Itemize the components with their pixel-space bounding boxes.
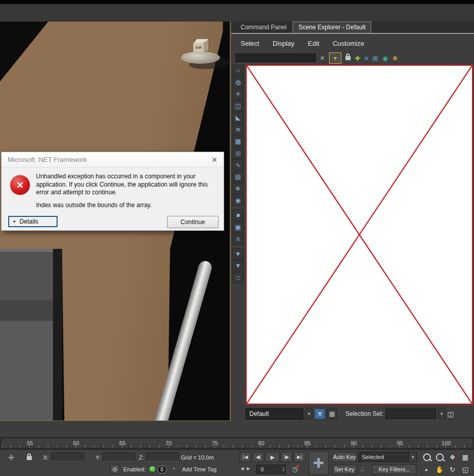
display-hidden-icon[interactable]: ◉ [232,195,244,206]
z-coordinate-field[interactable] [146,452,179,462]
snaps-toggle-icon[interactable]: ✛ [8,453,14,462]
dialog-titlebar[interactable]: Microsoft .NET Framework ✕ [2,152,224,168]
display-xrefs-icon[interactable]: ◎ [232,148,244,159]
layer-mode-button[interactable]: ≡ [315,409,325,419]
tick-label: 80 [258,440,264,446]
search-input[interactable] [235,53,316,63]
continue-button[interactable]: Continue [167,216,218,228]
chevron-down-icon: ▼ [12,219,16,224]
menu-display[interactable]: Display [272,40,295,47]
display-spacewarps-icon[interactable]: ≋ [232,124,244,135]
display-helpers-icon[interactable]: ◣ [232,112,244,123]
tab-scene-explorer[interactable]: Scene Explorer - Default [293,22,371,33]
clear-search-icon[interactable]: ✕ [320,54,325,62]
step-forward-icon[interactable]: ▶ [247,466,250,471]
spin-down-icon[interactable]: ▾ [283,469,284,472]
zoom-icon[interactable] [421,451,433,463]
tick-label: 90 [351,440,357,446]
x-coordinate-field[interactable] [51,452,84,462]
enabled-label: Enabled: [123,466,145,472]
tick-label: 75 [212,440,218,446]
selection-set-dropdown[interactable] [386,409,436,419]
tab-command-panel[interactable]: Command Panel [235,22,291,33]
preset-value: Default [249,410,269,417]
default-tangents-icon[interactable]: ∴ [360,466,364,473]
add-time-tag-label[interactable]: Add Time Tag [182,466,216,472]
display-frozen-icon[interactable]: ❄ [232,183,244,194]
filter-button[interactable]: ▼ [329,52,341,64]
selection-set-arrow[interactable]: ▾ [438,409,445,419]
set-key-button[interactable]: Set Key [332,464,357,474]
tick-label: 55 [27,440,33,446]
key-filters-button[interactable]: Key Filters... [372,464,416,474]
scene-explorer-panel: Command Panel Scene Explorer - Default S… [231,22,474,422]
step-back-icon[interactable]: ◀ [241,466,244,471]
titlebar-strip [0,0,474,4]
maximize-viewport-icon[interactable]: ◱ [459,464,471,475]
select-add-icon[interactable]: ✚ [355,54,360,62]
menu-customize[interactable]: Customize [333,40,364,47]
key-set-dropdown[interactable]: Selected ▾ [358,452,417,462]
viewport-gray-low-face [0,321,53,420]
lock-cell-editing-icon[interactable]: ■ [232,210,244,221]
snowflake-icon[interactable]: ❄ [392,54,398,62]
preset-combo-arrow[interactable]: ▾ [305,409,313,419]
tick-label: 100 [442,440,451,446]
lock-icon[interactable] [345,56,351,60]
dialog-title: Microsoft .NET Framework [8,156,87,163]
zoom-region-icon[interactable]: ▦ [459,451,471,463]
menu-edit[interactable]: Edit [308,40,319,47]
preset-combo[interactable]: Default [246,408,303,419]
details-button[interactable]: ▼ Details [8,216,58,227]
visibility-icon[interactable]: ◉ [382,54,388,62]
current-frame-spinner[interactable]: 0 ▴ ▾ [256,465,286,474]
viewport-logo-cube: 3dR [193,39,210,53]
time-configuration-icon[interactable]: ◷ [292,465,298,473]
play-button[interactable]: ▶ [265,452,280,462]
timeline-ruler[interactable]: 55 60 65 70 75 80 85 90 95 100 [1,438,473,448]
funnel-icon: ▼ [333,56,338,61]
time-tag-icon[interactable]: ◔ [172,465,175,472]
next-frame-button[interactable]: |▶ [281,452,293,462]
selection-lock-icon[interactable] [27,456,32,460]
add-layer-icon[interactable]: ⊞ [373,54,378,62]
tick-label: 85 [304,440,311,446]
spinner-arrows[interactable]: ▴ ▾ [283,467,285,472]
display-geometry-icon[interactable]: ◍ [232,77,244,88]
magnifier-shape [436,453,444,461]
magnifier-shape [423,453,431,461]
close-icon[interactable]: ✕ [211,156,217,164]
explorer-search-row: ✕ ▼ ✚ ≡ ⊞ ◉ ❄ [231,51,398,65]
pan-hand-icon[interactable]: ✋ [433,464,446,475]
sync-selection-icon[interactable]: ▣ [232,222,244,233]
set-keys-big-button[interactable]: ✚ [308,451,329,475]
layers-icon[interactable]: ≡ [364,54,369,62]
new-container-icon[interactable]: □ [232,272,244,283]
grid-mode-button[interactable]: ▦ [327,409,337,419]
display-bones-icon[interactable]: ∿ [232,159,244,171]
property-list-icon[interactable]: ≡ [232,233,244,245]
display-none-icon[interactable]: ○ [232,65,244,76]
display-lights-icon[interactable]: ☀ [232,88,244,100]
edit-named-selections-icon[interactable]: ◫ [447,410,453,418]
menu-select[interactable]: Select [241,40,259,47]
display-containers-icon[interactable]: ▤ [232,171,244,182]
scene-explorer-list-area[interactable] [246,65,473,405]
display-groups-icon[interactable]: ▦ [232,136,244,147]
zoom-all-icon[interactable] [433,451,446,463]
frame-value: 0 [261,466,264,472]
display-cameras-icon[interactable]: ◫ [232,100,244,112]
auto-key-button[interactable]: Auto Key [332,452,357,462]
panel-tab-bar: Command Panel Scene Explorer - Default [231,22,474,34]
go-to-end-button[interactable]: ▶| [294,452,305,462]
clear-filter-icon[interactable]: ▼ [232,248,244,260]
zoom-extents-icon[interactable]: ❖ [446,451,459,463]
filter-icon[interactable]: ▼ [232,260,244,271]
go-to-start-button[interactable]: |◀ [240,452,251,462]
flyout-arrow-icon[interactable]: ▸ [421,464,433,475]
record-toggle-icon[interactable]: ◎ [110,464,120,474]
y-coordinate-field[interactable] [103,452,136,462]
display-filter-toolbar: ○ ◍ ☀ ◫ ◣ ≋ ▦ ◎ ∿ ▤ ❄ ◉ ■ ▣ ≡ ▼ ▼ □ [232,65,244,284]
previous-frame-button[interactable]: ◀| [252,452,264,462]
orbit-icon[interactable]: ↻ [446,464,459,475]
